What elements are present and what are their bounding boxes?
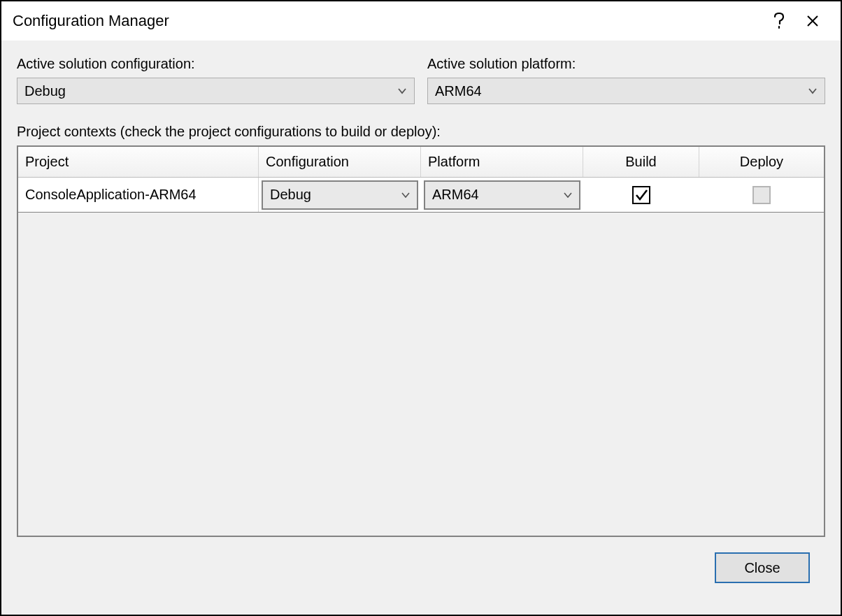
- chevron-down-icon: [808, 87, 818, 94]
- help-icon: [773, 13, 785, 29]
- chevron-down-icon: [401, 192, 410, 198]
- cell-deploy: [699, 178, 824, 212]
- row-platform-dropdown[interactable]: ARM64: [424, 180, 580, 210]
- cell-configuration: Debug: [259, 178, 421, 212]
- close-button[interactable]: Close: [715, 552, 810, 583]
- window-close-button[interactable]: [796, 4, 829, 38]
- dialog-content: Active solution configuration: Debug Act…: [1, 41, 841, 615]
- grid-header: Project Configuration Platform Build Dep…: [18, 147, 824, 178]
- cell-project-name: ConsoleApplication-ARM64: [18, 178, 259, 212]
- table-row: ConsoleApplication-ARM64 Debug ARM64: [18, 178, 824, 213]
- cell-platform: ARM64: [421, 178, 583, 212]
- row-config-dropdown[interactable]: Debug: [262, 180, 418, 210]
- solution-selectors: Active solution configuration: Debug Act…: [17, 56, 825, 104]
- active-config-field: Active solution configuration: Debug: [17, 56, 415, 104]
- row-config-value: Debug: [270, 187, 401, 203]
- close-button-label: Close: [744, 560, 780, 576]
- help-button[interactable]: [762, 4, 796, 38]
- active-platform-field: Active solution platform: ARM64: [427, 56, 825, 104]
- build-checkbox[interactable]: [632, 186, 650, 204]
- col-header-build[interactable]: Build: [583, 147, 699, 177]
- chevron-down-icon: [397, 87, 407, 94]
- project-contexts-label: Project contexts (check the project conf…: [17, 124, 825, 140]
- active-platform-value: ARM64: [435, 83, 808, 99]
- dialog-footer: Close: [17, 537, 825, 599]
- chevron-down-icon: [564, 192, 572, 198]
- project-contexts-grid: Project Configuration Platform Build Dep…: [17, 145, 825, 537]
- active-config-value: Debug: [24, 83, 397, 99]
- active-platform-dropdown[interactable]: ARM64: [427, 78, 825, 104]
- deploy-checkbox: [752, 186, 771, 204]
- col-header-configuration[interactable]: Configuration: [259, 147, 421, 177]
- col-header-project[interactable]: Project: [18, 147, 259, 177]
- titlebar: Configuration Manager: [1, 1, 841, 41]
- active-config-label: Active solution configuration:: [17, 56, 415, 72]
- row-platform-value: ARM64: [432, 187, 564, 203]
- active-platform-label: Active solution platform:: [427, 56, 825, 72]
- configuration-manager-dialog: Configuration Manager Active solution co…: [0, 0, 842, 616]
- cell-build: [583, 178, 699, 212]
- col-header-deploy[interactable]: Deploy: [699, 147, 824, 177]
- close-icon: [806, 15, 819, 27]
- active-config-dropdown[interactable]: Debug: [17, 78, 415, 104]
- col-header-platform[interactable]: Platform: [421, 147, 583, 177]
- checkmark-icon: [634, 188, 648, 202]
- dialog-title: Configuration Manager: [13, 12, 762, 30]
